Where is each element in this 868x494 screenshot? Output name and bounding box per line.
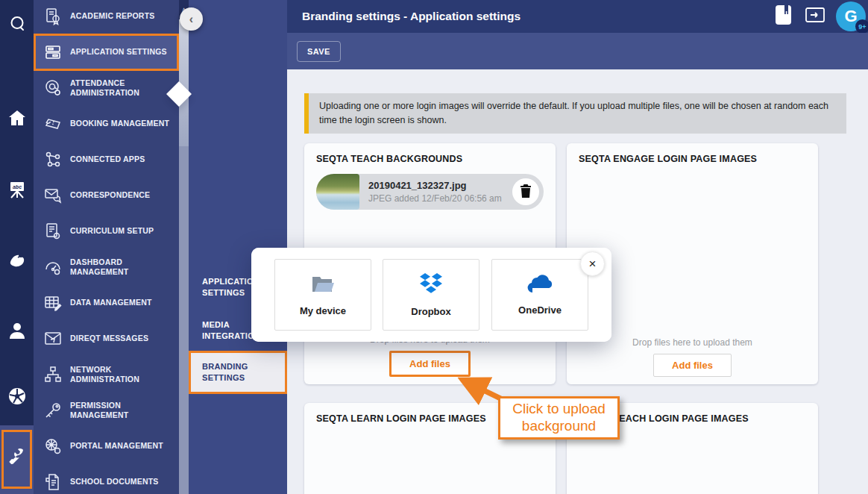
- menu-item-label: ACADEMIC REPORTS: [70, 11, 154, 21]
- menu-item-label: BOOKING MANAGEMENT: [70, 119, 169, 128]
- menu-item-portal-management[interactable]: PORTAL MANAGEMENT: [34, 428, 179, 464]
- direqt-messages-icon: [43, 329, 63, 348]
- menu-item-booking-management[interactable]: BOOKING MANAGEMENT: [34, 106, 179, 142]
- search-icon: [8, 15, 26, 36]
- popup-close-button[interactable]: ×: [580, 251, 605, 276]
- menu-item-label: CORRESPONDENCE: [70, 190, 150, 200]
- menu-item-academic-reports[interactable]: ACADEMIC REPORTS: [34, 0, 179, 34]
- correspondence-icon: [43, 186, 63, 205]
- menu-item-connected-apps[interactable]: CONNECTED APPS: [34, 142, 179, 178]
- dashboard-management-icon: [43, 257, 63, 277]
- attendance-administration-icon: [43, 78, 63, 98]
- upload-option-label: Dropbox: [411, 306, 450, 317]
- info-notice: Uploading one or more login images will …: [304, 93, 846, 134]
- network-administration-icon: [43, 365, 63, 384]
- trash-icon: [520, 184, 532, 200]
- toolbar: SAVE: [287, 33, 868, 69]
- file-name: 20190421_132327.jpg: [368, 180, 502, 191]
- menu-scrollbar[interactable]: ∧: [179, 0, 189, 494]
- card-title: SEQTA ENGAGE LOGIN PAGE IMAGES: [567, 143, 818, 164]
- menu-item-network-administration[interactable]: NETWORK ADMINISTRATION: [34, 357, 179, 393]
- menu-item-school-documents[interactable]: SCHOOL DOCUMENTS: [34, 464, 179, 494]
- onedrive-icon: [526, 274, 554, 296]
- close-icon: ×: [589, 257, 597, 272]
- upload-source-popup: My device Dropbox OneDrive ×: [251, 248, 611, 342]
- home-icon: [7, 108, 27, 131]
- rail-item-home[interactable]: [0, 103, 34, 136]
- menu-item-permission-management[interactable]: PERMISSION MANAGEMENT: [34, 393, 179, 428]
- file-meta: JPEG added 12/Feb/20 06:56 am: [368, 193, 502, 204]
- file-thumbnail: [316, 174, 359, 210]
- chevron-left-icon: ‹: [189, 13, 193, 26]
- book-icon: [775, 4, 793, 28]
- popup-body: My device Dropbox OneDrive: [251, 248, 611, 342]
- menu-item-label: SCHOOL DOCUMENTS: [70, 477, 159, 487]
- rail-item-community[interactable]: [0, 381, 34, 414]
- card-title: SEQTA TEACH BACKGROUNDS: [304, 143, 556, 164]
- portal-management-icon: [43, 437, 63, 456]
- rail-item-search[interactable]: [0, 9, 34, 42]
- menu-item-curriculum-setup[interactable]: CURRICULUM SETUP: [34, 213, 179, 249]
- person-icon: [7, 321, 27, 343]
- upload-option-label: OneDrive: [518, 304, 562, 316]
- user-avatar[interactable]: G 9+: [836, 1, 866, 31]
- delete-file-button[interactable]: [512, 178, 539, 205]
- rail-item-people[interactable]: [0, 316, 34, 348]
- file-info: 20190421_132327.jpg JPEG added 12/Feb/20…: [368, 180, 502, 204]
- permission-management-icon: [43, 401, 63, 420]
- menu-item-correspondence[interactable]: CORRESPONDENCE: [34, 178, 179, 213]
- add-files-button-teach[interactable]: Add files: [389, 351, 471, 377]
- pinwheel-logo-icon: [7, 387, 27, 409]
- annotation-callout: Click to upload background: [498, 396, 620, 440]
- add-files-button-engage[interactable]: Add files: [653, 354, 732, 377]
- classroom-board-icon: abc: [7, 179, 27, 201]
- menu-item-label: DIREQT MESSAGES: [70, 334, 148, 343]
- submenu-item-label: BRANDING SETTINGS: [202, 362, 248, 382]
- menu-item-label: PORTAL MANAGEMENT: [70, 441, 163, 451]
- welfare-hand-icon: [7, 250, 27, 272]
- menu-item-label: APPLICATION SETTINGS: [70, 47, 167, 57]
- menu-item-label: PERMISSION MANAGEMENT: [70, 401, 179, 420]
- page-title: Branding settings - Application settings: [302, 0, 521, 33]
- wrench-icon: [7, 445, 27, 468]
- menu-item-dashboard-management[interactable]: DASHBOARD MANAGEMENT: [34, 249, 179, 285]
- header-messages-button[interactable]: [799, 0, 831, 33]
- menu-item-label: NETWORK ADMINISTRATION: [70, 365, 179, 384]
- application-settings-icon: [43, 43, 63, 62]
- menu-item-label: DASHBOARD MANAGEMENT: [70, 257, 179, 277]
- settings-submenu: APPLICATION SETTINGS MEDIA INTEGRATION B…: [189, 0, 287, 494]
- menu-item-label: CURRICULUM SETUP: [70, 226, 154, 236]
- menu-item-direqt-messages[interactable]: DIREQT MESSAGES: [34, 321, 179, 357]
- page-header: Branding settings - Application settings…: [287, 0, 868, 33]
- upload-option-onedrive[interactable]: OneDrive: [491, 259, 588, 331]
- dropzone: Drop files here to upload them Add files: [567, 337, 818, 377]
- booking-management-icon: [43, 114, 63, 134]
- upload-option-my-device[interactable]: My device: [274, 259, 371, 331]
- upload-option-label: My device: [300, 305, 346, 316]
- envelope-arrow-icon: [805, 7, 825, 25]
- data-management-icon: [43, 293, 63, 313]
- school-documents-icon: [43, 472, 63, 492]
- academic-reports-icon: [43, 7, 63, 26]
- collapse-menu-button[interactable]: ‹: [180, 7, 203, 31]
- menu-item-label: ATTENDANCE ADMINISTRATION: [70, 78, 179, 98]
- admin-menu: ACADEMIC REPORTS APPLICATION SETTINGS AT…: [34, 0, 179, 494]
- header-book-button[interactable]: [767, 0, 800, 33]
- svg-text:abc: abc: [12, 184, 21, 190]
- uploaded-file-row: 20190421_132327.jpg JPEG added 12/Feb/20…: [316, 174, 544, 210]
- my-device-folder-icon: [310, 273, 336, 297]
- submenu-item-branding-settings[interactable]: BRANDING SETTINGS: [189, 351, 287, 394]
- save-button[interactable]: SAVE: [297, 41, 341, 62]
- rail-item-welfare[interactable]: [0, 245, 34, 278]
- notification-badge: 9+: [855, 19, 868, 34]
- menu-item-label: CONNECTED APPS: [70, 154, 145, 164]
- curriculum-setup-icon: [43, 222, 63, 241]
- menu-item-data-management[interactable]: DATA MANAGEMENT: [34, 285, 179, 321]
- menu-item-attendance-administration[interactable]: ATTENDANCE ADMINISTRATION: [34, 70, 179, 106]
- rail-item-settings[interactable]: [0, 440, 34, 473]
- menu-item-label: DATA MANAGEMENT: [70, 298, 152, 307]
- icon-rail: abc: [0, 0, 34, 494]
- menu-item-application-settings[interactable]: APPLICATION SETTINGS: [34, 34, 179, 71]
- upload-option-dropbox[interactable]: Dropbox: [383, 259, 479, 331]
- rail-item-classroom[interactable]: abc: [0, 174, 34, 207]
